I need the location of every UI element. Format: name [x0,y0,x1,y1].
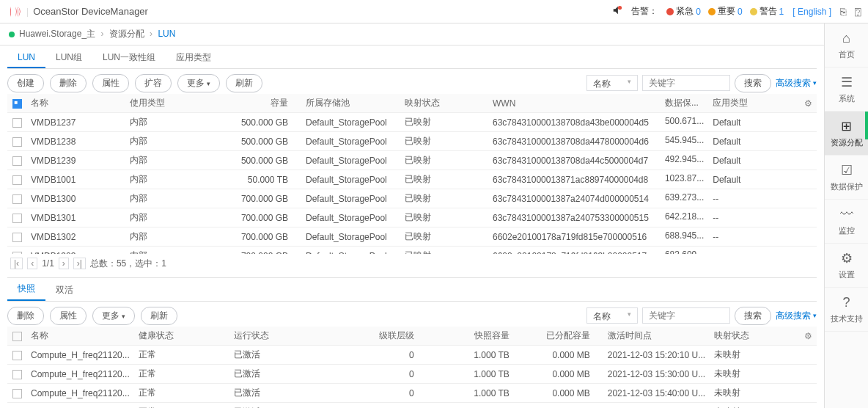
lun-col-header[interactable]: 所属存储池 [301,94,400,113]
sub-delete-button[interactable]: 删除 [7,307,44,325]
pager-prev[interactable]: ‹ [27,258,37,269]
row-checkbox[interactable] [12,175,22,185]
snap-column-settings-icon[interactable]: ⚙ [804,331,812,341]
nav-icon: 〰 [840,207,853,222]
breadcrumb-mid[interactable]: 资源分配 [109,29,144,39]
table-row[interactable]: VMDB1300内部700.000 GBDefault_StoragePool已… [7,189,817,208]
table-row[interactable]: VMDB1239内部500.000 GBDefault_StoragePool已… [7,151,817,170]
nav-item-设置[interactable]: ⚙设置 [825,244,868,288]
more-button[interactable]: 更多 [177,74,220,92]
nav-item-首页[interactable]: ⌂首页 [825,23,868,68]
search-field-select[interactable]: 名称 [586,75,638,91]
tab-LUN一致性组[interactable]: LUN一致性组 [92,47,166,68]
pager-next[interactable]: › [59,258,69,269]
logout-icon[interactable]: ⎘ [840,6,846,18]
search-button[interactable]: 搜索 [735,74,771,92]
row-checkbox[interactable] [12,214,22,223]
row-checkbox[interactable] [12,233,22,242]
lun-col-header[interactable]: 名称 [26,94,125,113]
tab-应用类型[interactable]: 应用类型 [166,47,221,68]
lun-col-header[interactable]: 映射状态 [400,94,488,113]
cell-type: 内部 [125,113,235,132]
row-checkbox[interactable] [12,370,22,379]
nav-item-系统[interactable]: ☰系统 [825,68,868,112]
snap-col-header[interactable] [7,327,26,346]
snap-col-header[interactable]: 已分配容量 [523,327,603,346]
row-checkbox[interactable] [12,118,22,128]
nav-item-技术支持[interactable]: ?技术支持 [825,288,868,332]
snap-table: 名称健康状态运行状态级联层级快照容量已分配容量激活时间点映射状态⚙ Comput… [7,327,817,408]
table-row[interactable]: VMDB1237内部500.000 GBDefault_StoragePool已… [7,113,817,132]
table-row[interactable]: VMDB1238内部500.000 GBDefault_StoragePool已… [7,132,817,151]
cell-name: VMDB1237 [26,113,125,132]
row-checkbox[interactable] [12,252,22,254]
table-row[interactable]: VMDB1303内部700.000 GBDefault_StoragePool已… [7,247,817,255]
snap-col-header[interactable]: 运行状态 [229,327,354,346]
tab-LUN组[interactable]: LUN组 [45,47,92,68]
properties-button[interactable]: 属性 [92,74,129,92]
row-checkbox[interactable] [12,389,22,398]
snap-col-header[interactable]: 名称 [26,327,134,346]
snap-col-header[interactable]: 快照容量 [427,327,523,346]
lun-col-header[interactable]: 数据保... [661,94,708,113]
table-row[interactable]: Compute_H_freq21120...正常已激活01.000 TB0.00… [7,384,817,403]
sub-tab-快照[interactable]: 快照 [7,278,45,301]
cell-cap: 1.000 TB [427,365,523,384]
cell-alloc: 0.000 MB [523,403,603,409]
table-row[interactable]: VMDB1001内部50.000 TBDefault_StoragePool已映… [7,170,817,189]
sub-search-button[interactable]: 搜索 [735,307,771,325]
snap-col-header[interactable]: 健康状态 [134,327,229,346]
tab-LUN[interactable]: LUN [7,48,45,68]
alarm-critical[interactable]: 紧急 0 [666,5,701,18]
table-row[interactable]: VMDB1301内部700.000 GBDefault_StoragePool已… [7,208,817,227]
lun-col-header[interactable]: 使用类型 [125,94,235,113]
sub-properties-button[interactable]: 属性 [50,307,87,325]
alarm-warning[interactable]: 警告 1 [750,5,784,18]
speaker-icon[interactable] [612,5,622,18]
cell-run: 已激活 [229,346,354,365]
delete-button[interactable]: 删除 [50,74,87,92]
expand-button[interactable]: 扩容 [135,74,172,92]
snap-select-all-checkbox[interactable] [12,332,22,341]
column-settings-icon[interactable]: ⚙ [804,98,812,109]
select-all-checkbox[interactable] [12,99,22,109]
pager-last[interactable]: ›| [73,258,86,269]
lun-col-header[interactable]: ⚙ [800,94,817,113]
row-checkbox[interactable] [12,351,22,360]
sub-advanced-search-link[interactable]: 高级搜索▾ [776,310,817,322]
lun-col-header[interactable]: 容量 [235,94,301,113]
nav-item-监控[interactable]: 〰监控 [825,200,868,244]
snap-col-header[interactable]: ⚙ [800,327,817,346]
snap-col-header[interactable]: 级联层级 [354,327,427,346]
sub-search-input[interactable] [642,307,730,324]
row-checkbox[interactable] [12,156,22,166]
advanced-search-link[interactable]: 高级搜索▾ [776,77,817,90]
search-input[interactable] [642,75,730,91]
create-button[interactable]: 创建 [7,74,44,92]
table-row[interactable]: Compute_H_freq21120...正常已激活01.000 TB0.00… [7,403,817,409]
sub-more-button[interactable]: 更多 [92,307,135,325]
sub-refresh-button[interactable]: 刷新 [141,307,177,325]
alarm-major[interactable]: 重要 0 [708,5,743,18]
svg-point-0 [618,6,622,10]
table-row[interactable]: Compute_H_freq21120...正常已激活01.000 TB0.00… [7,346,817,365]
lun-col-header[interactable] [7,94,26,113]
cell-tier: 0 [354,346,427,365]
snap-col-header[interactable]: 激活时间点 [603,327,710,346]
snap-col-header[interactable]: 映射状态 [710,327,800,346]
sub-search-field-select[interactable]: 名称 [586,307,638,324]
nav-item-资源分配[interactable]: ⊞资源分配 [825,112,868,156]
breadcrumb-root[interactable]: Huawei.Storage_主 [19,29,95,39]
language-link[interactable]: [ English ] [792,7,831,17]
lun-col-header[interactable]: WWN [488,94,661,113]
help-top-icon[interactable]: ⍰ [855,6,861,18]
table-row[interactable]: VMDB1302内部700.000 GBDefault_StoragePool已… [7,227,817,247]
table-row[interactable]: Compute_H_freq21120...正常已激活01.000 TB0.00… [7,365,817,384]
row-checkbox[interactable] [12,194,22,204]
lun-col-header[interactable]: 应用类型 [708,94,800,113]
nav-item-数据保护[interactable]: ☑数据保护 [825,156,868,200]
row-checkbox[interactable] [12,137,22,147]
refresh-button[interactable]: 刷新 [226,74,262,92]
pager-first[interactable]: |‹ [10,258,23,269]
sub-tab-双活[interactable]: 双活 [45,280,84,301]
